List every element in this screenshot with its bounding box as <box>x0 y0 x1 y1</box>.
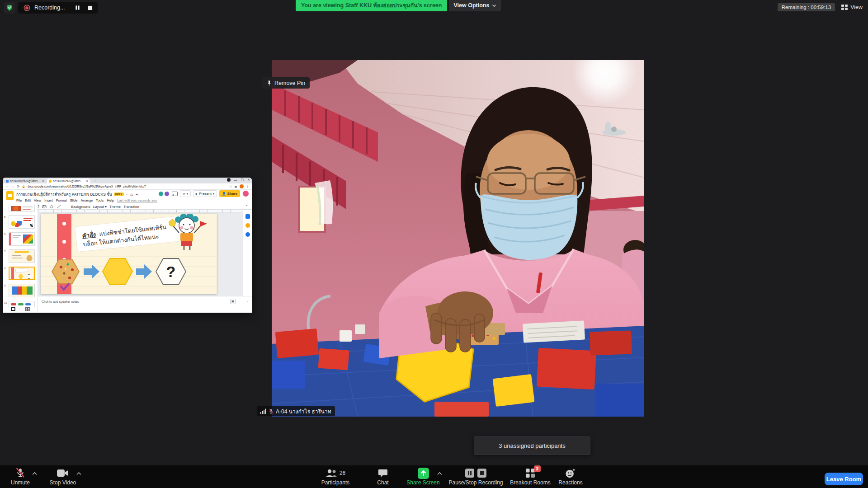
close-icon[interactable]: ✕ <box>247 178 250 182</box>
slide-canvas[interactable]: คำสั่ง แบ่งพิซซ่าโดยใช้แพทเทิร์น บล็อก ใ… <box>38 210 243 296</box>
keep-icon[interactable] <box>245 223 250 228</box>
unmute-label: Unmute <box>11 479 30 486</box>
slide-thumb-5[interactable] <box>9 215 35 229</box>
share-screen-button[interactable]: Share Screen <box>401 465 446 488</box>
remove-pin-button[interactable]: Remove Pin <box>262 77 310 89</box>
grid-view-icon[interactable] <box>25 307 30 311</box>
url-text[interactable]: docs.google.com/presentation/d/1J2QRSxq1… <box>28 185 227 188</box>
menu-view[interactable]: View <box>34 198 41 202</box>
stop-recording-button[interactable] <box>88 5 93 10</box>
share-button[interactable]: 👤 Share <box>219 190 240 197</box>
layout-button[interactable]: Layout ▾ <box>93 205 107 209</box>
share-options-caret[interactable] <box>437 470 443 477</box>
speaker-notes[interactable]: Click to add speaker notes ▣ › <box>38 296 252 313</box>
recording-pill: Recording... <box>18 2 98 14</box>
forward-icon[interactable]: → <box>11 184 15 188</box>
transition-button[interactable]: Transition <box>123 205 139 209</box>
slide-thumb-6[interactable] <box>9 232 35 246</box>
chevron-right-icon[interactable]: › <box>247 300 248 304</box>
participants-count: 26 <box>340 470 345 476</box>
doc-title[interactable]: การอบรมเชิงปฏิบัติการสำหรับครู PATTERN B… <box>16 191 112 197</box>
pause-recording-button[interactable] <box>75 5 80 10</box>
breakout-rooms-button[interactable]: 3 Breakout Rooms <box>505 465 555 488</box>
chat-icon <box>378 469 388 478</box>
leave-room-button[interactable]: Leave Room <box>825 473 863 485</box>
slide-thumb-9[interactable] <box>9 284 35 297</box>
menu-format[interactable]: Format <box>56 198 67 202</box>
reactions-button[interactable]: Reactions <box>555 465 586 488</box>
account-avatar[interactable] <box>242 190 249 197</box>
collaborator-avatar-2[interactable] <box>164 191 170 197</box>
slide-thumb-4[interactable] <box>9 205 35 212</box>
bookmark-star-icon[interactable]: ☆ <box>229 184 232 188</box>
browser-profile-avatar[interactable] <box>227 178 231 182</box>
filmstrip-view-icon[interactable] <box>11 307 15 311</box>
tasks-icon[interactable] <box>245 232 250 237</box>
control-bar: Unmute Stop Video 26 Participants <box>0 465 868 488</box>
video-options-caret[interactable] <box>76 470 82 477</box>
browser-menu-icon[interactable]: ⋮ <box>246 184 250 188</box>
new-tab-button[interactable]: ＋ <box>92 178 97 183</box>
unmute-button[interactable]: Unmute <box>1 465 40 488</box>
slide-filmstrip[interactable]: 5 6 7 8 9 1 <box>3 204 38 313</box>
slide-thumb-8-selected[interactable] <box>9 267 35 280</box>
current-slide[interactable]: คำสั่ง แบ่งพิซซ่าโดยใช้แพทเทิร์น บล็อก ใ… <box>41 214 217 294</box>
audio-options-caret[interactable] <box>32 470 38 477</box>
slideshow-mode-button[interactable]: ▭▾ <box>180 190 191 197</box>
reload-icon[interactable]: ⟳ <box>17 184 19 188</box>
move-folder-icon[interactable]: 🗀 <box>130 193 133 196</box>
view-button[interactable]: View <box>841 4 863 10</box>
present-button[interactable]: ▶ Present ▾ <box>193 190 217 197</box>
maximize-icon[interactable]: ▢ <box>241 178 244 182</box>
star-doc-icon[interactable]: ☆ <box>126 192 128 196</box>
security-shield-tile[interactable] <box>4 2 15 14</box>
tab2-close-icon[interactable]: ✕ <box>86 179 88 183</box>
menu-insert[interactable]: Insert <box>44 198 53 202</box>
screen-share-window[interactable]: การอบรมเชิงปฏิบัติการสำหรับครู PAT ✕ การ… <box>3 178 252 313</box>
pause-icon <box>75 5 80 10</box>
cloud-status-icon[interactable]: ☁ <box>135 192 138 196</box>
theme-button[interactable]: Theme <box>109 205 121 209</box>
thumb-art <box>24 218 33 219</box>
speaker-notes-placeholder[interactable]: Click to add speaker notes <box>42 300 79 303</box>
notes-layout-button[interactable]: ▣ <box>230 299 236 304</box>
thumb-art <box>11 303 16 305</box>
editor-toolbar: Background Layout ▾ Theme Transition ⌃ <box>3 204 252 210</box>
minimize-icon[interactable]: — <box>234 178 237 182</box>
collapse-toolbar-icon[interactable]: ⌃ <box>245 205 248 209</box>
tab1-close-icon[interactable]: ✕ <box>42 179 44 183</box>
menu-help[interactable]: Help <box>107 198 114 202</box>
chat-button[interactable]: Chat <box>367 465 399 488</box>
grid-view-icon <box>841 5 848 10</box>
stop-video-button[interactable]: Stop Video <box>42 465 84 488</box>
viewing-banner-group: You are viewing Staff KKU ห้องย่อยประชุม… <box>296 0 501 11</box>
view-options-button[interactable]: View Options <box>449 0 501 11</box>
menu-file[interactable]: File <box>16 198 22 202</box>
thumb-art <box>25 303 31 305</box>
shield-check-icon <box>6 4 13 11</box>
view-options-label: View Options <box>453 2 489 9</box>
slide-thumb-7[interactable] <box>9 249 35 263</box>
record-dot-icon <box>24 5 30 11</box>
menu-edit[interactable]: Edit <box>25 198 31 202</box>
breakout-rooms-label: Breakout Rooms <box>510 479 550 486</box>
tab1-title: การอบรมเชิงปฏิบัติการสำหรับครู PAT <box>10 179 41 183</box>
menu-slide[interactable]: Slide <box>70 198 78 202</box>
last-edit-link[interactable]: Last edit was seconds ago <box>117 198 157 202</box>
browser-tab-1[interactable]: การอบรมเชิงปฏิบัติการสำหรับครู PAT ✕ <box>4 178 46 183</box>
cast-icon[interactable] <box>172 192 178 196</box>
pause-stop-recording-button[interactable]: Pause/Stop Recording <box>445 465 506 488</box>
calendar-icon[interactable] <box>245 214 250 219</box>
back-icon[interactable]: ← <box>5 184 9 188</box>
browser-tab-2[interactable]: การอบรมเชิงปฏิบัติการสำหรับครู PAT ✕ <box>47 178 90 183</box>
collaborator-avatar-1[interactable] <box>158 191 164 197</box>
browser-avatar[interactable] <box>240 184 244 188</box>
pinned-video[interactable] <box>272 60 644 417</box>
extensions-icon[interactable]: ▣ <box>235 185 237 188</box>
menu-arrange[interactable]: Arrange <box>80 198 93 202</box>
thumb-art <box>23 209 31 210</box>
background-button[interactable]: Background <box>71 205 90 209</box>
participants-button[interactable]: 26 Participants <box>315 465 356 488</box>
menu-tools[interactable]: Tools <box>96 198 104 202</box>
slide-thumb-13[interactable] <box>9 301 35 307</box>
